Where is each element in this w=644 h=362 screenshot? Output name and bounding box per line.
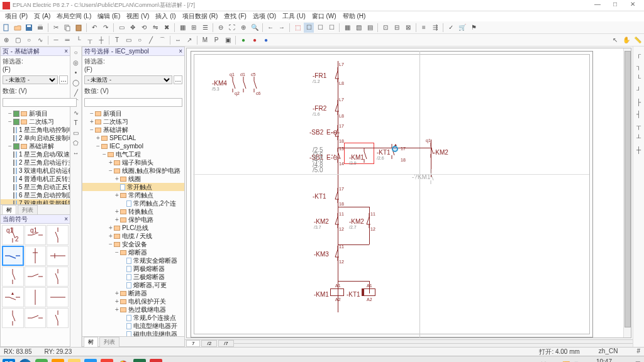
symbol-variant-2[interactable]: q1 [25,225,47,245]
tree-item[interactable]: −新项目 [1,109,70,118]
drawing-canvas[interactable]: -KM4 /5.3 q1 q2 d1 c5 c6 L7 -FR1/1.2 L8 … [186,48,631,338]
menu-options[interactable]: 选项 (O) [250,11,279,21]
tree-item[interactable]: +线圈 [82,175,184,183]
device-km3[interactable]: -KM3 [314,251,329,258]
save-icon[interactable] [24,23,34,33]
tool-d-icon[interactable]: ☐ [326,23,336,33]
tree-item[interactable]: +断路器 [82,289,184,297]
symbol-variant-10[interactable] [2,287,24,307]
symbol-variant-9[interactable] [47,266,69,287]
menu-view[interactable]: 视图 (V) [124,11,152,21]
tree-item[interactable]: +常闭触点 [82,191,184,199]
menu-page[interactable]: 页 (A) [31,11,53,21]
cut-icon[interactable]: ✂ [51,23,61,33]
tool-i-icon[interactable]: ⊟ [392,23,402,33]
arc-icon[interactable]: ⌒ [157,35,167,45]
bus-icon[interactable]: ═ [62,35,72,45]
vtool-poly-icon[interactable]: ⬠ [72,138,80,147]
vtool-text-icon[interactable]: T [72,118,80,127]
menu-layout[interactable]: 布局空间 (L) [54,11,94,21]
symbol-variant-5[interactable] [25,246,47,266]
menu-project[interactable]: 项目 (P) [3,11,30,21]
menu-projectdata[interactable]: 项目数据 (R) [180,11,221,21]
tree-item[interactable]: −电气工程 [82,150,184,158]
copy-icon[interactable] [62,23,72,33]
cross-icon[interactable]: ┼ [96,35,106,45]
symbol-variant-12[interactable] [47,287,69,307]
angle-icon[interactable]: └ [74,35,84,45]
canvas-scrollbar-v[interactable] [623,48,631,337]
page-tab-3[interactable]: /7 [218,340,234,347]
symbol-variant-3[interactable] [47,225,69,245]
taskbar-app1-icon[interactable] [35,359,48,363]
taskbar-edge-icon[interactable] [19,359,31,363]
rtool-9-icon[interactable]: ┼ [634,145,644,155]
preview-close-icon[interactable]: × [64,216,68,222]
close-button[interactable]: ✕ [624,1,641,11]
device-icon[interactable]: ▢ [13,35,23,45]
tab-list[interactable]: 列表 [18,205,38,215]
check-icon[interactable]: ✓ [446,23,456,33]
tree-item[interactable]: +端子和插头 [82,158,184,167]
open-icon[interactable] [13,23,23,33]
line-icon[interactable]: ╱ [146,35,156,45]
tree-item[interactable]: 2 单向启动反接制动电 [1,134,70,142]
tree-item[interactable]: −新项目 [82,109,184,118]
tree-item[interactable]: +保护电路 [82,216,184,224]
tree-item[interactable]: 1 星三角电动控制电路 [1,126,70,134]
vtool-spline-icon[interactable]: ∿ [72,108,80,117]
taskbar-app3-icon[interactable] [84,359,97,363]
tree-item[interactable]: −基础讲解 [82,126,184,134]
page-tab-2[interactable]: /2 [201,340,217,347]
sym-value-input[interactable] [84,98,182,107]
symbol-variant-11[interactable] [25,287,47,307]
tool-j-icon[interactable]: ⊠ [403,23,413,33]
tray-clock[interactable]: 10:472021/11/10 [596,358,628,363]
filter-select[interactable]: - 未激活 - [3,75,58,84]
vtool-target-icon[interactable]: ◎ [72,58,80,67]
tree-item[interactable]: +转换触点 [82,207,184,216]
forward-icon[interactable]: → [277,23,287,33]
print-icon[interactable] [35,23,45,33]
align-icon[interactable]: ≡ [419,23,429,33]
device-kt1-coil[interactable]: -KT1 [347,291,360,298]
rect-icon[interactable]: ▭ [123,35,133,45]
tool-g-icon[interactable]: ▤ [365,23,375,33]
tree-item[interactable]: +二次练习 [82,118,184,126]
rtool-1-icon[interactable]: ┌ [634,49,644,59]
menu-help[interactable]: 帮助 (H) [340,11,369,21]
delete-icon[interactable]: ✖ [162,23,172,33]
symbol-icon[interactable]: ⊕ [1,35,11,45]
move-icon[interactable]: ✥ [128,23,138,33]
mark1-icon[interactable]: ● [238,35,248,45]
tree-item[interactable]: 三极熔断器 [82,273,184,281]
device-kt1-nc[interactable]: -KT1 [313,193,326,200]
symbol-variant-13[interactable] [2,308,24,328]
vtool-circle-icon[interactable]: ○ [72,48,80,57]
symbol-variant-1[interactable]: q12 [2,225,24,245]
zoom-window-icon[interactable]: 🔍 [250,23,260,33]
tab-tree[interactable]: 树 [2,205,16,215]
tree-item[interactable]: 熔断器,可更 [82,281,184,289]
part-icon[interactable]: P [211,35,221,45]
tool-b-icon[interactable]: ☐ [304,23,314,33]
rtool-4-icon[interactable]: ┘ [634,85,644,95]
rtool-8-icon[interactable]: ┴ [634,133,644,143]
page-tab-1[interactable]: 7 [186,340,200,347]
mark2-icon[interactable]: ● [250,35,260,45]
tool-c-icon[interactable]: ☐ [315,23,325,33]
device-km2-nc2[interactable]: -KM2/2.7 [349,218,364,229]
start-button[interactable] [3,359,15,363]
tree-item[interactable]: −线圈,触点和保护电路 [82,167,184,175]
circle-icon[interactable]: ○ [135,35,145,45]
symbol-variant-7[interactable] [2,266,24,287]
symbol-variant-4[interactable] [2,246,24,266]
mark3-icon[interactable]: ● [261,35,271,45]
zoom-in-icon[interactable]: ⊕ [238,23,248,33]
symbol-variant-14[interactable] [25,308,47,328]
tree-item[interactable]: +电机保护开关 [82,297,184,305]
flag-icon[interactable]: ⚑ [469,23,479,33]
tree-item[interactable]: 常规安全熔断器 [82,256,184,265]
text-icon[interactable]: T [112,35,122,45]
select-icon[interactable]: ▭ [116,23,126,33]
